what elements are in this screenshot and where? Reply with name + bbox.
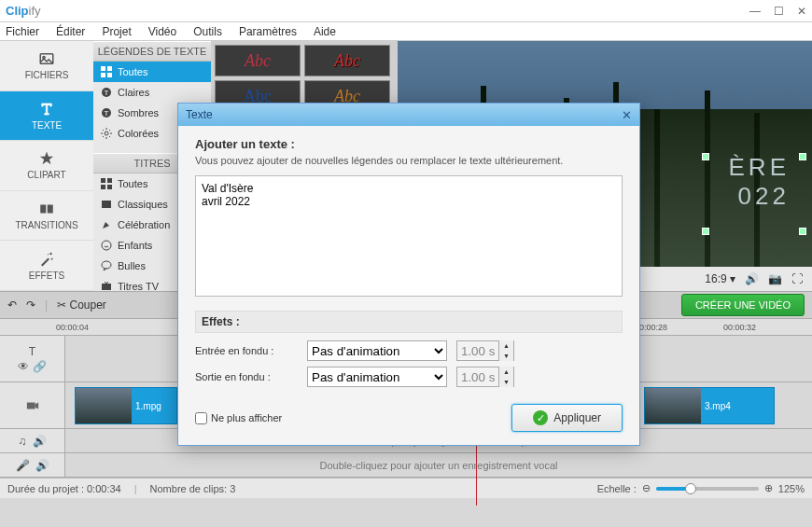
sidebar-item-effets[interactable]: EFFETS bbox=[0, 241, 93, 291]
menu-aide[interactable]: Aide bbox=[314, 25, 336, 38]
track-head-text: T 👁🔗 bbox=[0, 336, 65, 381]
style-thumb-2[interactable]: Abc bbox=[304, 45, 390, 76]
menu-editer[interactable]: Éditer bbox=[56, 25, 85, 38]
fade-out-duration[interactable]: ▲▼ bbox=[456, 367, 514, 387]
dialog-close-icon[interactable]: ✕ bbox=[622, 108, 632, 122]
maximize-icon[interactable]: ☐ bbox=[774, 5, 784, 18]
svg-text:T: T bbox=[105, 89, 109, 97]
voice-hint: Double-cliquez pour ajouter un enregistr… bbox=[65, 460, 812, 471]
zoom-out-icon[interactable]: ⊖ bbox=[642, 482, 651, 494]
cat-claires[interactable]: TClaires bbox=[93, 82, 211, 103]
music-icon: ♫ bbox=[19, 435, 27, 448]
svg-rect-21 bbox=[26, 402, 35, 409]
minimize-icon[interactable]: — bbox=[749, 5, 761, 18]
dialog-titlebar[interactable]: Texte ✕ bbox=[178, 104, 639, 126]
menu-fichier[interactable]: Fichier bbox=[6, 25, 39, 38]
effects-heading: Effets : bbox=[195, 311, 623, 333]
undo-icon[interactable]: ↶ bbox=[7, 298, 17, 312]
check-icon: ✓ bbox=[533, 410, 548, 425]
spin-up-icon[interactable]: ▲ bbox=[498, 340, 513, 351]
resize-handle[interactable] bbox=[702, 228, 709, 235]
zoom-value: 125% bbox=[778, 483, 805, 494]
fade-in-duration[interactable]: ▲▼ bbox=[456, 340, 514, 361]
grid-icon bbox=[101, 178, 112, 189]
fade-in-select[interactable]: Pas d'animation bbox=[307, 340, 447, 361]
cat-toutes-1[interactable]: Toutes bbox=[93, 62, 211, 82]
aspect-ratio[interactable]: 16:9 ▾ bbox=[705, 272, 735, 285]
menu-projet[interactable]: Projet bbox=[102, 25, 131, 38]
spin-down-icon[interactable]: ▼ bbox=[498, 351, 513, 361]
svg-rect-17 bbox=[102, 201, 111, 208]
track-head-video bbox=[0, 382, 65, 428]
clip-1[interactable]: 1.mpg bbox=[75, 387, 177, 424]
sidebar-item-texte[interactable]: TEXTE bbox=[0, 91, 93, 142]
mute-icon[interactable]: 🔊 bbox=[745, 272, 759, 285]
menu-video[interactable]: Vidéo bbox=[148, 25, 176, 38]
menu-parametres[interactable]: Paramètres bbox=[239, 25, 297, 38]
dialog-heading: Ajouter un texte : bbox=[195, 137, 623, 151]
dialog-subheading: Vous pouvez ajouter de nouvelles légende… bbox=[195, 155, 623, 166]
mic-icon: 🎤 bbox=[16, 459, 30, 472]
smile-icon bbox=[101, 240, 112, 251]
magic-icon bbox=[38, 251, 55, 268]
menubar: Fichier Éditer Projet Vidéo Outils Param… bbox=[0, 22, 812, 41]
fullscreen-icon[interactable]: ⛶ bbox=[791, 272, 803, 285]
svg-rect-13 bbox=[101, 178, 105, 183]
svg-text:T: T bbox=[105, 109, 109, 118]
style-thumb-1[interactable]: Abc bbox=[215, 45, 301, 76]
statusbar: Durée du projet : 0:00:34 | Nombre de cl… bbox=[0, 478, 812, 498]
sidebar-item-label: TEXTE bbox=[32, 120, 62, 131]
film-icon bbox=[101, 199, 112, 210]
preview-overlay-text[interactable]: ÈRE 022 bbox=[729, 153, 790, 211]
voice-track[interactable]: 🎤🔊 Double-cliquez pour ajouter un enregi… bbox=[0, 453, 812, 478]
redo-icon[interactable]: ↷ bbox=[26, 298, 35, 312]
dialog-textarea[interactable] bbox=[195, 175, 623, 297]
resize-handle[interactable] bbox=[702, 153, 709, 160]
resize-handle[interactable] bbox=[799, 153, 806, 160]
fade-out-select[interactable]: Pas d'animation bbox=[307, 367, 447, 387]
svg-point-19 bbox=[102, 261, 111, 269]
clip-2[interactable]: 3.mp4 bbox=[644, 387, 775, 424]
svg-rect-15 bbox=[101, 185, 105, 189]
close-icon[interactable]: ✕ bbox=[797, 5, 806, 18]
sidebar-item-fichiers[interactable]: FICHIERS bbox=[0, 41, 93, 91]
spin-down-icon[interactable]: ▼ bbox=[498, 377, 513, 387]
zoom-slider[interactable] bbox=[656, 487, 759, 491]
svg-rect-5 bbox=[107, 66, 112, 71]
t-icon: T bbox=[101, 107, 112, 118]
cut-button[interactable]: ✂ Couper bbox=[57, 298, 106, 312]
noshow-checkbox[interactable]: Ne plus afficher bbox=[195, 412, 282, 424]
create-video-button[interactable]: CRÉER UNE VIDÉO bbox=[681, 294, 805, 316]
menu-outils[interactable]: Outils bbox=[193, 25, 222, 38]
svg-point-18 bbox=[102, 241, 111, 250]
link-icon[interactable]: 🔗 bbox=[33, 360, 47, 373]
resize-handle[interactable] bbox=[799, 228, 806, 235]
mute-icon[interactable]: 🔊 bbox=[33, 435, 47, 448]
tv-icon bbox=[101, 281, 112, 291]
spin-up-icon[interactable]: ▲ bbox=[498, 367, 513, 377]
window-controls: — ☐ ✕ bbox=[749, 5, 806, 18]
sidebar-item-transitions[interactable]: TRANSITIONS bbox=[0, 191, 93, 242]
svg-rect-14 bbox=[107, 178, 112, 183]
party-icon bbox=[101, 219, 112, 230]
svg-rect-3 bbox=[48, 205, 53, 214]
app-logo: Clipify bbox=[6, 4, 41, 18]
eye-icon[interactable]: 👁 bbox=[18, 360, 29, 373]
clip-count: Nombre de clips: 3 bbox=[150, 483, 236, 494]
scale-label: Echelle : bbox=[597, 483, 637, 494]
zoom-in-icon[interactable]: ⊕ bbox=[764, 482, 773, 494]
grid-icon bbox=[101, 66, 112, 77]
svg-rect-16 bbox=[107, 185, 112, 189]
sidebar-item-label: CLIPART bbox=[27, 170, 65, 180]
project-duration: Durée du projet : 0:00:34 bbox=[7, 483, 121, 494]
sidebar-item-clipart[interactable]: CLIPART bbox=[0, 141, 93, 191]
apply-button[interactable]: ✓Appliquer bbox=[511, 404, 623, 432]
sidebar-item-label: EFFETS bbox=[29, 270, 64, 281]
svg-rect-7 bbox=[107, 73, 112, 77]
bubble-icon bbox=[101, 260, 112, 271]
snapshot-icon[interactable]: 📷 bbox=[768, 272, 782, 285]
svg-rect-20 bbox=[102, 284, 111, 290]
star-icon bbox=[38, 150, 55, 167]
mute-icon[interactable]: 🔊 bbox=[35, 459, 49, 472]
track-head-music: ♫🔊 bbox=[0, 429, 65, 452]
